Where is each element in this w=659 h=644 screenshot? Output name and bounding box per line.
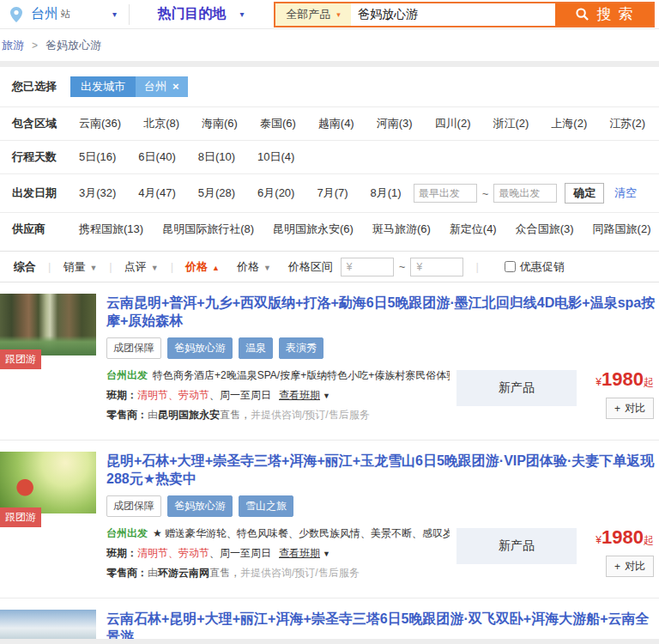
filter-option[interactable]: 北京(8) bbox=[143, 116, 179, 131]
filter-option[interactable]: 四川(2) bbox=[435, 116, 471, 131]
sort-sales[interactable]: 销量▼ bbox=[63, 259, 97, 275]
search-icon bbox=[576, 8, 589, 21]
product-summary-line: 台州出发特色商务酒店+2晚温泉SPA/按摩+版纳特色小吃+傣族村寨民俗体验+爸妈… bbox=[106, 368, 450, 383]
filter-option[interactable]: 上海(2) bbox=[551, 116, 587, 131]
filter-option[interactable]: 7月(7) bbox=[317, 185, 348, 201]
compare-button[interactable]: +对比 bbox=[606, 556, 654, 577]
product-title-link[interactable]: 昆明+石林+大理+崇圣寺三塔+洱海+丽江+玉龙雪山6日5晚跟团游·VIP团体验·… bbox=[106, 452, 659, 488]
city-selector[interactable]: 台州 站 ▾ bbox=[0, 5, 129, 23]
price-max-input[interactable]: ¥ bbox=[410, 258, 463, 276]
breadcrumb-root-link[interactable]: 旅游 bbox=[2, 38, 24, 53]
filter-option[interactable]: 3月(32) bbox=[79, 185, 116, 201]
departure-city-label: 台州出发 bbox=[106, 527, 148, 539]
product-tag: 成团保障 bbox=[106, 337, 161, 359]
retailer-by-text: 由 bbox=[148, 409, 158, 421]
schedule-label: 班期： bbox=[106, 547, 137, 559]
promo-checkbox[interactable] bbox=[505, 261, 516, 272]
product-thumb-column: 跟团游 bbox=[0, 294, 96, 428]
caret-down-icon: ▼ bbox=[151, 264, 159, 272]
filter-option[interactable]: 泰国(6) bbox=[260, 116, 296, 131]
schedule-line: 班期：清明节、劳动节、周一至周日查看班期▼ bbox=[106, 388, 450, 403]
hot-destinations-menu[interactable]: 热门目的地 ▾ bbox=[130, 5, 272, 23]
plus-icon: + bbox=[614, 561, 620, 573]
filter-option[interactable]: 江苏(2) bbox=[609, 116, 645, 131]
filter-option[interactable]: 海南(6) bbox=[202, 116, 238, 131]
price-value: 1980 bbox=[602, 368, 644, 390]
price-min-input[interactable]: ¥ bbox=[341, 258, 394, 276]
product-thumb-column: 跟团游 bbox=[0, 452, 96, 586]
view-schedule-link[interactable]: 查看班期 bbox=[279, 547, 320, 559]
divider: | bbox=[48, 260, 51, 273]
price-suffix: 起 bbox=[644, 534, 654, 546]
new-product-button[interactable]: 新产品 bbox=[456, 370, 577, 406]
filter-option[interactable]: 河南(3) bbox=[377, 116, 413, 131]
search-input[interactable] bbox=[351, 3, 555, 26]
filter-option[interactable]: 10日(4) bbox=[257, 149, 294, 165]
product-description: ★ 赠送豪华游轮、特色风味餐、少数民族风情、美景不断、感叹岁月静好! bbox=[153, 527, 450, 539]
filter-option[interactable]: 8日(10) bbox=[198, 149, 235, 165]
filter-option[interactable]: 5月(28) bbox=[198, 185, 235, 201]
new-product-button[interactable]: 新产品 bbox=[456, 528, 577, 564]
filter-row-days: 行程天数 5日(16)6日(40)8日(10)10日(4) bbox=[0, 140, 659, 173]
sort-price-ascending[interactable]: 价格▲ bbox=[185, 259, 220, 275]
compare-label: 对比 bbox=[625, 401, 645, 416]
sort-comprehensive[interactable]: 综合 bbox=[14, 259, 36, 275]
filter-option[interactable]: 8月(1) bbox=[371, 185, 402, 201]
clear-link[interactable]: 清空 bbox=[614, 185, 637, 201]
earliest-departure-input[interactable] bbox=[414, 184, 477, 203]
filter-options: 云南(36)北京(8)海南(6)泰国(6)越南(4)河南(3)四川(2)浙江(2… bbox=[79, 116, 659, 131]
promo-filter: 优惠促销 bbox=[505, 259, 565, 275]
retailer-direct-text: 直售， bbox=[209, 567, 240, 579]
filter-option[interactable]: 越南(4) bbox=[318, 116, 354, 131]
caret-down-icon: ▼ bbox=[263, 264, 271, 272]
confirm-button[interactable]: 确定 bbox=[565, 183, 604, 204]
filter-option[interactable]: 昆明国旅永安(6) bbox=[273, 222, 354, 237]
current-city[interactable]: 台州 bbox=[31, 5, 58, 23]
selected-city: 台州 bbox=[144, 76, 166, 97]
latest-departure-input[interactable] bbox=[493, 184, 557, 203]
filter-option[interactable]: 斑马旅游(6) bbox=[372, 222, 431, 237]
search-category-select[interactable]: 全部产品 ▾ bbox=[275, 3, 351, 26]
compare-button[interactable]: +对比 bbox=[606, 398, 654, 419]
product-detail-row: 台州出发特色商务酒店+2晚温泉SPA/按摩+版纳特色小吃+傣族村寨民俗体验+爸妈… bbox=[106, 368, 659, 428]
product-tag: 成团保障 bbox=[106, 495, 161, 517]
sort-reviews[interactable]: 点评▼ bbox=[124, 259, 159, 275]
filter-option[interactable]: 同路国旅(2) bbox=[593, 222, 651, 237]
selected-filters-label: 您已选择 bbox=[12, 79, 57, 94]
divider: | bbox=[171, 260, 173, 273]
product-title-link[interactable]: 云南昆明+普洱+九乡+西双版纳+打洛+勐海6日5晚跟团游·墨江北回归线4D电影+… bbox=[106, 294, 659, 330]
selected-filter-type: 出发城市 bbox=[70, 76, 136, 97]
hot-destinations-label: 热门目的地 bbox=[157, 5, 226, 23]
product-list: 跟团游 云南昆明+普洱+九乡+西双版纳+打洛+勐海6日5晚跟团游·墨江北回归线4… bbox=[0, 283, 659, 644]
price-suffix: 起 bbox=[644, 376, 654, 388]
filter-option[interactable]: 5日(16) bbox=[79, 149, 116, 165]
filter-label: 供应商 bbox=[12, 222, 79, 237]
filter-option[interactable]: 众合国旅(3) bbox=[516, 222, 574, 237]
search-button[interactable]: 搜索 bbox=[555, 3, 653, 26]
sort-price[interactable]: 价格▼ bbox=[237, 259, 271, 275]
product-photo[interactable] bbox=[0, 452, 96, 513]
close-icon[interactable]: × bbox=[172, 76, 179, 97]
product-photo[interactable] bbox=[0, 294, 96, 355]
filter-option[interactable]: 6日(40) bbox=[138, 149, 175, 165]
product-card: 跟团游 昆明+石林+大理+崇圣寺三塔+洱海+丽江+玉龙雪山6日5晚跟团游·VIP… bbox=[0, 440, 659, 598]
filter-option[interactable]: 携程国旅(13) bbox=[79, 222, 143, 237]
caret-down-icon[interactable]: ▼ bbox=[323, 550, 330, 558]
breadcrumb-current: 爸妈放心游 bbox=[45, 38, 101, 53]
filter-option[interactable]: 新定位(4) bbox=[450, 222, 497, 237]
filter-option[interactable]: 昆明国际旅行社(8) bbox=[162, 222, 254, 237]
product-card: 跟团游 云南昆明+普洱+九乡+西双版纳+打洛+勐海6日5晚跟团游·墨江北回归线4… bbox=[0, 283, 659, 440]
schedule-holidays: 清明节、劳动节 bbox=[137, 547, 209, 559]
divider: | bbox=[475, 260, 478, 273]
filter-option[interactable]: 云南(36) bbox=[79, 116, 121, 131]
chevron-down-icon[interactable]: ▾ bbox=[112, 9, 117, 19]
filter-option[interactable]: 4月(47) bbox=[138, 185, 175, 201]
retailer-line: 零售商：由环游云南网直售，并提供咨询/预订/售后服务 bbox=[106, 566, 450, 580]
caret-down-icon[interactable]: ▼ bbox=[323, 392, 330, 400]
product-tag: 爸妈放心游 bbox=[167, 495, 233, 517]
view-schedule-link[interactable]: 查看班期 bbox=[279, 389, 320, 401]
filter-option[interactable]: 浙江(2) bbox=[493, 116, 529, 131]
filter-option[interactable]: 6月(20) bbox=[257, 185, 294, 201]
schedule-line: 班期：清明节、劳动节、周一至周日查看班期▼ bbox=[106, 546, 450, 561]
page: 台州 站 ▾ 热门目的地 ▾ 全部产品 ▾ 搜索 旅游 > bbox=[0, 0, 659, 644]
